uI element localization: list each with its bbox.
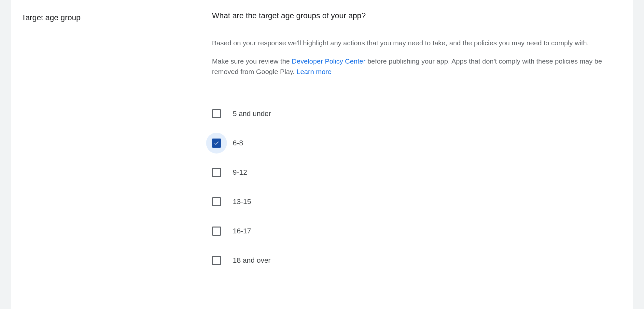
- checkbox-wrap: [206, 191, 227, 212]
- option-label: 13-15: [233, 198, 251, 206]
- checkbox-wrap: [206, 162, 227, 183]
- learn-more-link[interactable]: Learn more: [297, 68, 331, 75]
- checkbox-wrap: [206, 221, 227, 242]
- checkbox-icon[interactable]: [212, 227, 221, 236]
- option-label: 5 and under: [233, 110, 271, 118]
- option-label: 16-17: [233, 227, 251, 235]
- checkbox-icon[interactable]: [212, 197, 221, 206]
- checkbox-wrap: [206, 133, 227, 154]
- age-option-9-12[interactable]: 9-12: [212, 158, 607, 187]
- section-content-column: What are the target age groups of your a…: [212, 10, 623, 275]
- age-option-5-and-under[interactable]: 5 and under: [212, 99, 607, 128]
- age-option-6-8[interactable]: 6-8: [212, 128, 607, 158]
- question-heading: What are the target age groups of your a…: [212, 10, 607, 21]
- option-label: 9-12: [233, 168, 247, 177]
- checkbox-wrap: [206, 103, 227, 124]
- checkbox-icon[interactable]: [212, 139, 221, 148]
- checkbox-wrap: [206, 250, 227, 271]
- checkbox-icon[interactable]: [212, 168, 221, 177]
- description-1: Based on your response we'll highlight a…: [212, 38, 603, 48]
- checkbox-icon[interactable]: [212, 256, 221, 265]
- age-option-18-and-over[interactable]: 18 and over: [212, 246, 607, 275]
- option-label: 6-8: [233, 139, 243, 147]
- description-2: Make sure you review the Developer Polic…: [212, 56, 603, 77]
- section-label-column: Target age group: [21, 10, 212, 23]
- age-group-options: 5 and under 6-8: [212, 99, 607, 275]
- age-option-16-17[interactable]: 16-17: [212, 216, 607, 246]
- option-label: 18 and over: [233, 256, 271, 265]
- form-panel: Target age group What are the target age…: [11, 0, 633, 309]
- section-label: Target age group: [21, 12, 212, 23]
- description-2-prefix: Make sure you review the: [212, 57, 292, 65]
- checkbox-icon[interactable]: [212, 109, 221, 118]
- developer-policy-center-link[interactable]: Developer Policy Center: [292, 57, 365, 65]
- age-option-13-15[interactable]: 13-15: [212, 187, 607, 216]
- check-icon: [214, 140, 219, 146]
